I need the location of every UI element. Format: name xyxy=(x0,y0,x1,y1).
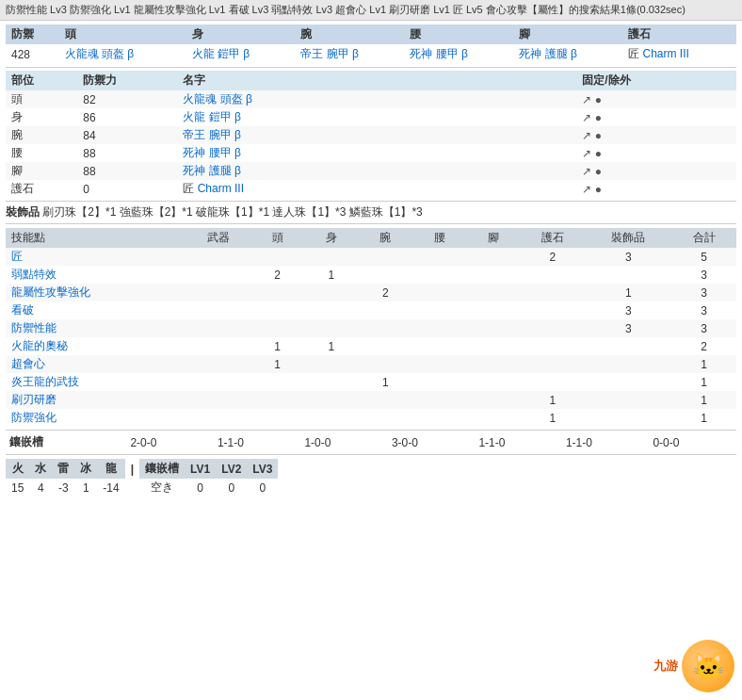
skill-cell-charm: 2 xyxy=(521,248,586,266)
armor-summary-table: 防禦 頭 身 腕 腰 腳 護石 428 火龍魂 頭盔 β 火龍 鎧甲 β 帝王 … xyxy=(6,24,736,64)
res-embed-val: 空き xyxy=(139,479,185,497)
detail-name: 死神 腰甲 β xyxy=(177,144,576,162)
armor-arm-link[interactable]: 帝王 腕甲 β xyxy=(300,47,359,60)
skill-cell-leg xyxy=(466,266,520,284)
skill-cell-charm xyxy=(521,337,586,355)
charm-name-link[interactable]: Charm III xyxy=(198,182,244,195)
skill-cell-deco xyxy=(585,409,671,427)
armor-charm-link[interactable]: Charm III xyxy=(642,47,688,60)
skill-cell-name: 防禦性能 xyxy=(6,319,186,337)
skill-cell-name: 刷刃研磨 xyxy=(6,391,186,409)
armor-waist: 死神 腰甲 β xyxy=(404,44,513,64)
armor-head-link[interactable]: 火龍魂 頭盔 β xyxy=(65,47,135,60)
fixed-arrow-icon: ↗ xyxy=(582,111,591,124)
divider5 xyxy=(6,454,736,455)
armor-waist-link[interactable]: 死神 腰甲 β xyxy=(410,47,468,60)
skill-cell-arm xyxy=(359,266,412,284)
skill-cell-name: 看破 xyxy=(6,301,186,319)
skill-cell-waist xyxy=(412,337,466,355)
skill-cell-name: 匠 xyxy=(6,248,186,266)
col-body: 身 xyxy=(186,24,296,44)
skill-cell-charm xyxy=(521,301,586,319)
detail-name-text: 匠 Charm III xyxy=(183,182,244,195)
fixed-minus-icon: ● xyxy=(595,147,602,160)
skill-cell-body xyxy=(304,373,358,391)
skill-name-link[interactable]: 防禦強化 xyxy=(11,411,56,424)
skill-cell-arm xyxy=(359,355,412,373)
skill-cell-total: 1 xyxy=(671,391,736,409)
armor-body-link[interactable]: 火龍 鎧甲 β xyxy=(192,47,250,60)
skill-cell-weapon xyxy=(186,301,250,319)
detail-name: 火龍魂 頭盔 β xyxy=(177,90,576,108)
resistance-table: 火 水 雷 冰 龍 | 鑲嵌槽 LV1 LV2 LV3 15 4 -3 1 -1… xyxy=(6,459,278,497)
detail-row: 腕84帝王 腕甲 β↗ ● xyxy=(6,126,736,144)
skill-cell-waist xyxy=(412,266,466,284)
skill-cell-head: 1 xyxy=(250,337,304,355)
detail-name: 死神 護腿 β xyxy=(177,162,576,180)
skill-name-link[interactable]: 超會心 xyxy=(11,357,45,370)
skill-cell-head xyxy=(250,284,304,301)
divider4 xyxy=(6,430,736,431)
skill-name-link[interactable]: 刷刃研磨 xyxy=(11,393,56,406)
detail-fixed: ↗ ● xyxy=(576,180,736,198)
embed-val-6: 1-1-0 xyxy=(562,433,650,451)
skill-cell-weapon xyxy=(186,248,250,266)
skill-cell-head xyxy=(250,373,304,391)
skill-cell-body xyxy=(304,355,358,373)
divider3 xyxy=(6,223,736,224)
skill-cell-arm xyxy=(359,248,412,266)
skill-cell-name: 弱點特效 xyxy=(6,266,186,284)
detail-name-link[interactable]: 死神 護腿 β xyxy=(183,164,241,177)
skill-cell-deco xyxy=(585,266,671,284)
skill-col-name: 技能點 xyxy=(6,228,186,248)
skill-name-link[interactable]: 匠 xyxy=(11,250,23,263)
skill-name-link[interactable]: 龍屬性攻擊強化 xyxy=(11,285,90,299)
skill-cell-leg xyxy=(466,373,520,391)
charm-prefix: 匠 xyxy=(628,47,642,60)
skill-cell-total: 1 xyxy=(671,355,736,373)
resistance-values-row: 15 4 -3 1 -14 空き 0 0 0 xyxy=(6,479,278,497)
armor-arm: 帝王 腕甲 β xyxy=(295,44,404,64)
skill-cell-deco: 1 xyxy=(585,284,671,301)
skill-cell-total: 3 xyxy=(671,301,736,319)
decorations-row: 裝飾品 刷刃珠【2】*1 強藍珠【2】*1 破龍珠【1】*1 達人珠【1】*3 … xyxy=(6,204,736,220)
detail-name-link[interactable]: 帝王 腕甲 β xyxy=(183,128,241,141)
res-lv1-val: 0 xyxy=(185,479,216,497)
skill-row: 弱點特效213 xyxy=(6,266,736,284)
fixed-arrow-icon: ↗ xyxy=(582,129,591,142)
skill-cell-waist xyxy=(412,248,466,266)
detail-name-link[interactable]: 火龍魂 頭盔 β xyxy=(183,92,252,106)
detail-col-fixed: 固定/除外 xyxy=(576,71,736,90)
res-dragon: -14 xyxy=(97,479,124,497)
skill-name-link[interactable]: 火龍的奧秘 xyxy=(11,339,68,352)
res-lv3-val: 0 xyxy=(247,479,278,497)
skill-name-link[interactable]: 看破 xyxy=(11,303,34,317)
decorations-text: 刷刃珠【2】*1 強藍珠【2】*1 破龍珠【1】*1 達人珠【1】*3 鱗藍珠【… xyxy=(42,205,422,219)
detail-name-link[interactable]: 火龍 鎧甲 β xyxy=(183,110,241,123)
fixed-arrow-icon: ↗ xyxy=(582,147,591,160)
armor-leg-link[interactable]: 死神 護腿 β xyxy=(519,47,577,60)
detail-defense: 84 xyxy=(77,126,177,144)
skill-cell-arm: 1 xyxy=(359,373,412,391)
detail-fixed: ↗ ● xyxy=(576,162,736,180)
skill-cell-weapon xyxy=(186,319,250,337)
fixed-arrow-icon: ↗ xyxy=(582,165,591,178)
skill-cell-charm: 1 xyxy=(521,391,586,409)
col-waist: 腰 xyxy=(404,24,513,44)
col-defense: 防禦 xyxy=(6,24,59,44)
detail-part: 護石 xyxy=(6,180,77,198)
detail-name-link[interactable]: 死神 腰甲 β xyxy=(183,146,241,159)
res-col-water: 水 xyxy=(29,459,52,479)
skill-cell-waist xyxy=(412,409,466,427)
detail-name: 匠 Charm III xyxy=(177,180,576,198)
skill-name-link[interactable]: 弱點特效 xyxy=(11,268,56,281)
detail-table: 部位 防禦力 名字 固定/除外 頭82火龍魂 頭盔 β↗ ●身86火龍 鎧甲 β… xyxy=(6,71,736,198)
skill-cell-charm xyxy=(521,266,586,284)
skill-name-link[interactable]: 炎王龍的武技 xyxy=(11,375,79,388)
armor-main-row: 428 火龍魂 頭盔 β 火龍 鎧甲 β 帝王 腕甲 β 死神 腰甲 β 死神 … xyxy=(6,44,736,64)
skill-cell-body xyxy=(304,284,358,301)
skill-cell-arm xyxy=(359,391,412,409)
skill-name-link[interactable]: 防禦性能 xyxy=(11,321,56,334)
skill-cell-weapon xyxy=(186,373,250,391)
skill-col-charm: 護石 xyxy=(521,228,586,248)
